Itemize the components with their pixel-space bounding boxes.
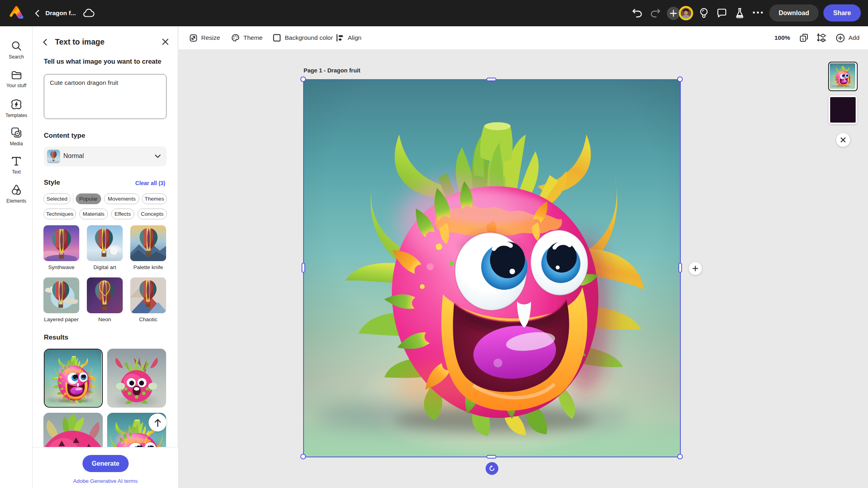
svg-text:1: 1 [802,37,804,41]
